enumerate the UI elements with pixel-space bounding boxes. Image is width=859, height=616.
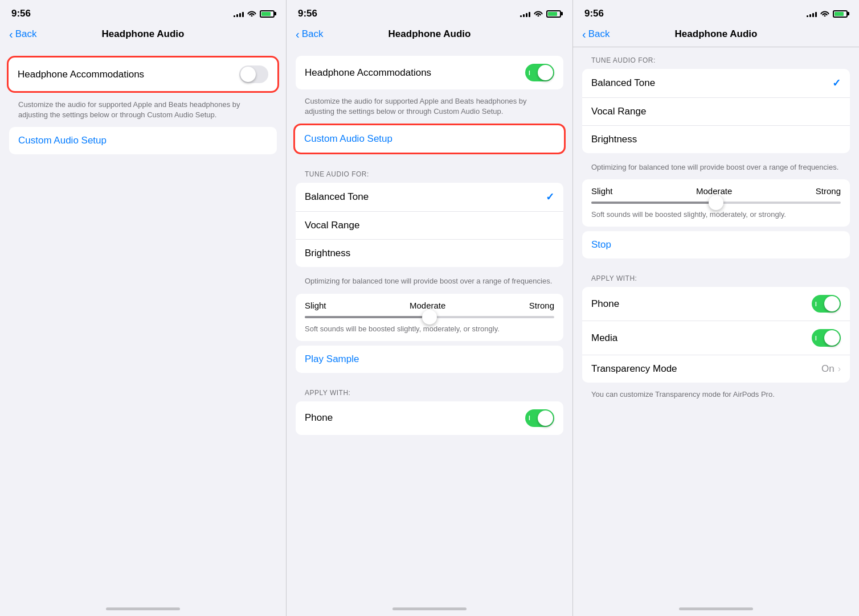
back-chevron-icon-2: ‹ — [296, 28, 300, 40]
apply-phone-row-3[interactable]: Phone I — [582, 287, 850, 321]
tune-option-label-balanced-2: Balanced Tone — [305, 191, 369, 203]
nav-bar-3: ‹ Back Headphone Audio — [573, 24, 859, 47]
tune-section-header-2: TUNE AUDIO FOR: — [287, 159, 572, 183]
apply-media-label-3: Media — [591, 332, 617, 344]
tune-option-brightness-2[interactable]: Brightness — [296, 240, 563, 267]
status-bar-2: 9:56 — [287, 0, 572, 24]
home-indicator-3 — [679, 607, 753, 610]
apply-section-header-2: APPLY WITH: — [287, 377, 572, 401]
apply-phone-label-2: Phone — [305, 412, 333, 424]
custom-audio-outlined-2[interactable]: Custom Audio Setup — [293, 124, 566, 154]
back-label-3: Back — [588, 28, 610, 40]
status-time-1: 9:56 — [11, 8, 31, 19]
transparency-label-3: Transparency Mode — [591, 363, 677, 375]
status-time-3: 9:56 — [584, 8, 604, 19]
headphone-accommodations-toggle-row-2[interactable]: Headphone Accommodations I — [296, 56, 563, 89]
status-icons-1 — [234, 9, 275, 18]
tune-option-label-balanced-3: Balanced Tone — [591, 77, 655, 89]
slider-track-3[interactable] — [591, 202, 841, 204]
play-sample-row-2[interactable]: Play Sample — [296, 346, 563, 373]
battery-icon-1 — [260, 10, 275, 18]
chevron-right-icon-3: › — [838, 364, 841, 374]
slider-section-2: Slight Moderate Strong Soft sounds will … — [296, 294, 563, 341]
tune-section-header-3: TUNE AUDIO FOR: — [573, 47, 859, 69]
signal-icon-1 — [234, 10, 244, 17]
apply-phone-label-3: Phone — [591, 298, 619, 310]
custom-audio-label-1: Custom Audio Setup — [18, 135, 107, 146]
wifi-icon-2 — [534, 9, 543, 18]
stop-card-3: Stop — [582, 231, 850, 258]
custom-audio-row-2[interactable]: Custom Audio Setup — [295, 125, 564, 153]
nav-title-1: Headphone Audio — [102, 28, 185, 40]
phone-panel-3: 9:56 ‹ Back Headphone Audio TUN — [573, 0, 859, 616]
tune-option-balanced-3[interactable]: Balanced Tone ✓ — [582, 69, 850, 98]
slider-fill-3 — [591, 202, 716, 204]
phone-panel-2: 9:56 ‹ Back Headphone Audio — [287, 0, 573, 616]
tune-option-brightness-3[interactable]: Brightness — [582, 126, 850, 153]
back-button-2[interactable]: ‹ Back — [296, 28, 323, 40]
signal-icon-2 — [520, 10, 530, 17]
slider-label-moderate-3: Moderate — [696, 186, 732, 196]
transparency-desc-3: You can customize Transparency mode for … — [573, 387, 859, 406]
slider-label-strong-3: Strong — [816, 186, 841, 196]
optimization-desc-2: Optimizing for balanced tone will provid… — [287, 272, 572, 293]
slider-labels-3: Slight Moderate Strong — [591, 186, 841, 196]
status-icons-3 — [807, 9, 848, 18]
apply-phone-toggle-3[interactable]: I — [812, 295, 841, 313]
custom-audio-row-1[interactable]: Custom Audio Setup — [9, 127, 277, 154]
headphone-accommodations-toggle-1[interactable] — [239, 65, 268, 83]
apply-phone-row-2[interactable]: Phone I — [296, 401, 563, 435]
tune-option-vocal-2[interactable]: Vocal Range — [296, 212, 563, 240]
play-sample-label-2: Play Sample — [305, 354, 359, 365]
back-button-1[interactable]: ‹ Back — [9, 28, 36, 40]
apply-card-3: Phone I Media I Transparency Mode On › — [582, 287, 850, 383]
tune-option-label-brightness-3: Brightness — [591, 134, 637, 145]
battery-icon-2 — [546, 10, 561, 18]
apply-card-2: Phone I — [296, 401, 563, 435]
apply-media-toggle-3[interactable]: I — [812, 329, 841, 347]
headphone-desc-2: Customize the audio for supported Apple … — [287, 92, 572, 124]
home-indicator-1 — [106, 607, 180, 610]
slider-fill-2 — [305, 316, 429, 318]
content-3: TUNE AUDIO FOR: Balanced Tone ✓ Vocal Ra… — [573, 47, 859, 603]
headphone-accommodations-toggle-row-1[interactable]: Headphone Accommodations — [7, 56, 279, 93]
tune-option-label-brightness-2: Brightness — [305, 248, 350, 259]
slider-thumb-3[interactable] — [709, 195, 723, 210]
slider-label-slight-3: Slight — [591, 186, 613, 196]
transparency-row-3[interactable]: Transparency Mode On › — [582, 355, 850, 383]
slider-labels-2: Slight Moderate Strong — [305, 301, 554, 310]
status-icons-2 — [520, 9, 561, 18]
headphone-desc-1: Customize the audio for supported Apple … — [0, 95, 286, 127]
headphone-accommodations-label-2: Headphone Accommodations — [305, 67, 431, 79]
slider-track-2[interactable] — [305, 316, 554, 318]
apply-section-header-3: APPLY WITH: — [573, 263, 859, 287]
nav-title-2: Headphone Audio — [388, 28, 471, 40]
play-sample-card-2: Play Sample — [296, 346, 563, 373]
transparency-value-3: On — [821, 363, 835, 375]
back-button-3[interactable]: ‹ Back — [582, 28, 610, 40]
slider-label-slight-2: Slight — [305, 301, 326, 310]
back-chevron-icon-3: ‹ — [582, 28, 586, 40]
tune-option-label-vocal-3: Vocal Range — [591, 106, 646, 117]
slider-desc-3: Soft sounds will be boosted slightly, mo… — [591, 210, 841, 220]
signal-icon-3 — [807, 10, 817, 17]
status-bar-1: 9:56 — [0, 0, 286, 24]
tune-option-vocal-3[interactable]: Vocal Range — [582, 98, 850, 126]
tune-option-balanced-2[interactable]: Balanced Tone ✓ — [296, 183, 563, 212]
checkmark-balanced-2: ✓ — [546, 191, 554, 203]
headphone-accommodations-label-1: Headphone Accommodations — [18, 69, 144, 80]
headphone-accommodations-toggle-2[interactable]: I — [525, 64, 554, 81]
apply-media-row-3[interactable]: Media I — [582, 321, 850, 355]
apply-phone-toggle-2[interactable]: I — [525, 409, 554, 427]
phone-panel-1: 9:56 ‹ Back Headphone Audio — [0, 0, 287, 616]
stop-row-3[interactable]: Stop — [582, 231, 850, 258]
battery-icon-3 — [833, 10, 848, 18]
stop-label-3: Stop — [591, 239, 611, 250]
back-label-2: Back — [302, 28, 324, 40]
nav-bar-1: ‹ Back Headphone Audio — [0, 24, 286, 47]
nav-bar-2: ‹ Back Headphone Audio — [287, 24, 572, 47]
slider-thumb-2[interactable] — [422, 310, 437, 325]
slider-desc-2: Soft sounds will be boosted slightly, mo… — [305, 324, 554, 334]
content-1: Headphone Accommodations Customize the a… — [0, 47, 286, 603]
tune-option-label-vocal-2: Vocal Range — [305, 220, 359, 231]
